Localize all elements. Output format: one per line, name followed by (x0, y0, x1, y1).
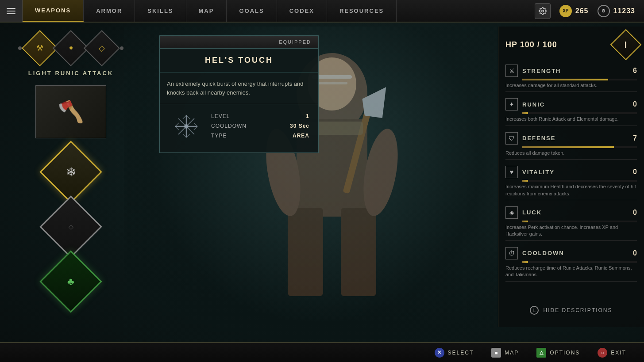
tooltip-icon-area (169, 113, 204, 144)
stat-section-runic: ✦ RUNIC 0 Increases both Runic Attack an… (505, 98, 637, 126)
vitality-stat-name: VITALITY (522, 169, 629, 175)
stat-header-runic: ✦ RUNIC 0 (505, 98, 637, 111)
hacksilver-icon: ⚙ (598, 5, 610, 17)
defense-stat-icon: 🛡 (505, 132, 518, 145)
hp-display: HP 100 / 100 (505, 40, 557, 50)
tooltip-level-row: LEVEL 1 (211, 113, 309, 119)
options-button-icon: △ (536, 348, 546, 358)
attack-section-title: LIGHT RUNIC ATTACK (28, 70, 113, 76)
right-panel: HP 100 / 100 I ⚔ STRENGTH 6 Increases da… (498, 27, 644, 327)
select-button-icon: ✕ (435, 348, 444, 358)
cooldown-stat-name: COOLDOWN (522, 250, 629, 256)
defense-stat-desc: Reduces all damage taken. (505, 150, 637, 160)
other-weapon-icon[interactable]: ◇ (84, 30, 120, 66)
vitality-stat-icon: ♥ (505, 166, 518, 178)
hs-display: ⚙ 11233 (598, 5, 636, 17)
other-icon: ◇ (99, 43, 105, 53)
hide-descriptions-button[interactable]: L HIDE DESCRIPTIONS (498, 302, 644, 318)
menu-button[interactable] (0, 0, 23, 22)
runic-slot-gold[interactable]: ❄ (39, 141, 102, 203)
select-action[interactable]: ✕ SELECT (435, 348, 474, 358)
nav-bar: WEAPONS ARMOR SKILLS MAP GOALS CODEX RES… (0, 0, 644, 23)
hs-value: 11233 (613, 7, 636, 15)
hide-desc-icon: L (530, 306, 539, 315)
options-action[interactable]: △ OPTIONS (536, 348, 580, 358)
vitality-stat-value: 0 (633, 168, 637, 176)
runic-green-icon: ♣ (67, 275, 74, 288)
svg-point-12 (542, 10, 544, 12)
stat-section-defense: 🛡 DEFENSE 7 Reduces all damage taken. (505, 132, 637, 160)
luck-stat-name: LUCK (522, 209, 629, 216)
stat-section-cooldown: ⏱ COOLDOWN 0 Reduces recharge time of Ru… (505, 247, 637, 282)
luck-stat-icon: ◈ (505, 206, 518, 219)
vitality-stat-desc: Increases maximum Health and decreases t… (505, 183, 637, 200)
strength-stat-value: 6 (633, 67, 637, 75)
tooltip-ability-icon (173, 113, 200, 144)
map-action[interactable]: ■ MAP (491, 348, 519, 358)
tab-resources[interactable]: RESOURCES (327, 0, 397, 22)
strength-stat-name: STRENGTH (522, 68, 629, 74)
tab-skills[interactable]: SKILLS (135, 0, 186, 22)
axe-icon: ⚒ (36, 43, 43, 53)
settings-button[interactable] (535, 3, 551, 19)
runic-slot-green[interactable]: ♣ (39, 250, 102, 312)
options-label: OPTIONS (550, 350, 580, 356)
nav-tabs: WEAPONS ARMOR SKILLS MAP GOALS CODEX RES… (23, 0, 526, 22)
stat-header-vitality: ♥ VITALITY 0 (505, 166, 637, 178)
stat-header-strength: ⚔ STRENGTH 6 (505, 65, 637, 77)
tab-codex[interactable]: CODEX (277, 0, 327, 22)
runic-slot-silver[interactable]: ◇ (39, 195, 102, 258)
runic-bar-bg (522, 112, 637, 114)
hamburger-icon (7, 8, 15, 14)
cooldown-label: COOLDOWN (211, 123, 247, 129)
svg-point-17 (184, 124, 189, 129)
runic-stat-desc: Increases both Runic Attack and Elementa… (505, 116, 637, 126)
bottom-bar: ✕ SELECT ■ MAP △ OPTIONS ○ EXIT (0, 342, 644, 362)
tooltip-cooldown-row: COOLDOWN 30 Sec (211, 123, 309, 129)
exit-button-icon: ○ (598, 348, 607, 358)
cooldown-value: 30 Sec (290, 123, 309, 129)
stat-section-luck: ◈ LUCK 0 Increases Perk activation chanc… (505, 206, 637, 241)
xp-display: XP 265 (559, 5, 589, 17)
cooldown-stat-icon: ⏱ (505, 247, 518, 259)
type-label: TYPE (211, 133, 227, 139)
axe-attack-icon: 🪓 (58, 99, 84, 124)
svg-rect-11 (316, 82, 347, 84)
vitality-bar-bg (522, 180, 637, 182)
xp-icon: XP (559, 5, 572, 17)
tooltip-title: HEL'S TOUCH (160, 49, 318, 72)
type-value: AREA (293, 133, 309, 139)
strength-stat-icon: ⚔ (505, 65, 518, 77)
left-panel: ⚒ ✦ ◇ LIGHT RUNIC ATTACK 🪓 ❄ ◇ ♣ (0, 27, 142, 354)
exit-action[interactable]: ○ EXIT (598, 348, 626, 358)
cooldown-stat-value: 0 (633, 249, 637, 257)
hide-desc-label: HIDE DESCRIPTIONS (543, 307, 612, 313)
stat-header-defense: 🛡 DEFENSE 7 (505, 132, 637, 145)
level-diamond: I (610, 29, 642, 61)
cooldown-bar-bg (522, 261, 637, 263)
stat-header-luck: ◈ LUCK 0 (505, 206, 637, 219)
attack-slot[interactable]: 🪓 (35, 85, 106, 138)
luck-stat-value: 0 (633, 209, 637, 217)
tab-map[interactable]: MAP (186, 0, 227, 22)
runic-bar-fill (522, 112, 528, 114)
tab-goals[interactable]: GOALS (227, 0, 277, 22)
stat-header-cooldown: ⏱ COOLDOWN 0 (505, 247, 637, 259)
tab-armor[interactable]: ARMOR (84, 0, 135, 22)
xp-value: 265 (575, 7, 589, 15)
weapon-type-row: ⚒ ✦ ◇ (18, 35, 123, 61)
tab-weapons[interactable]: WEAPONS (23, 0, 84, 22)
runic-slots: ❄ ◇ ♣ (49, 150, 93, 311)
runic-snowflake-icon: ❄ (66, 165, 76, 179)
tooltip-stats-area: LEVEL 1 COOLDOWN 30 Sec TYPE AREA (160, 104, 318, 152)
tooltip-equipped-label: EQUIPPED (160, 36, 318, 49)
strength-bar-fill (522, 79, 608, 80)
cooldown-stat-desc: Reduces recharge time of Runic Attacks, … (505, 265, 637, 282)
right-dot (120, 46, 123, 50)
level-label: LEVEL (211, 113, 230, 119)
vitality-bar-fill (522, 180, 528, 182)
shield-icon: ✦ (68, 43, 74, 53)
level-value: 1 (306, 113, 309, 119)
tooltip-panel: EQUIPPED HEL'S TOUCH An extremely quick … (159, 35, 319, 153)
runic-stat-name: RUNIC (522, 101, 629, 108)
